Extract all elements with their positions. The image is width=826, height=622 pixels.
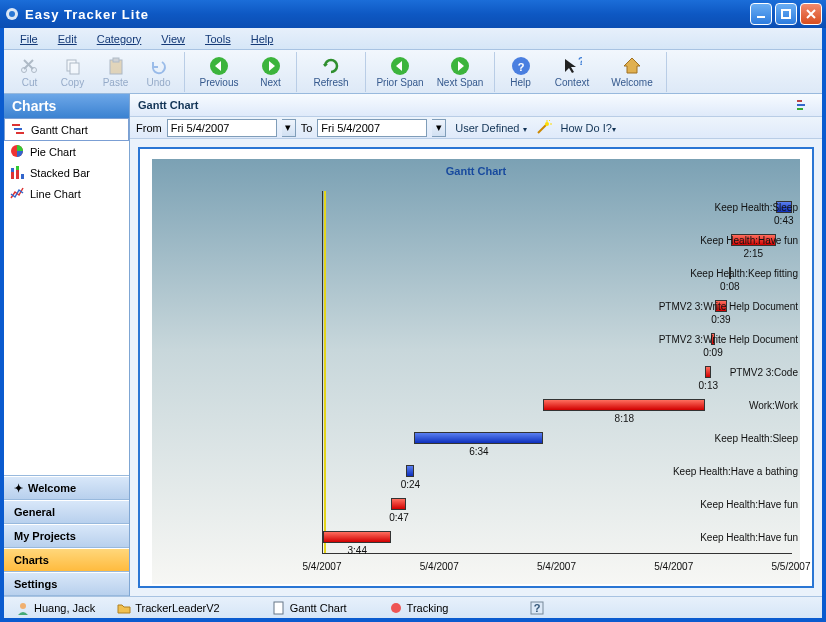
chart-duration-label: 0:39 bbox=[711, 314, 730, 325]
svg-rect-28 bbox=[797, 108, 803, 110]
user-defined-link[interactable]: User Defined ▾ bbox=[451, 122, 530, 134]
svg-rect-24 bbox=[16, 166, 19, 170]
stack-welcome[interactable]: ✦Welcome bbox=[4, 476, 129, 500]
status-project[interactable]: TrackerLeaderV2 bbox=[111, 601, 226, 615]
chart-task-label: Work:Work bbox=[632, 399, 798, 410]
from-dropdown[interactable]: ▾ bbox=[282, 119, 296, 137]
welcome-button[interactable]: Welcome bbox=[602, 52, 662, 92]
sidebar-item-gantt[interactable]: Gantt Chart bbox=[4, 118, 129, 141]
line-chart-icon bbox=[10, 186, 25, 201]
svg-text:?: ? bbox=[517, 61, 524, 73]
sidebar-item-pie[interactable]: Pie Chart bbox=[4, 141, 129, 162]
status-activity[interactable]: Tracking bbox=[383, 601, 455, 615]
chart-options-icon[interactable] bbox=[796, 97, 814, 113]
svg-rect-18 bbox=[14, 128, 22, 130]
stack-projects[interactable]: My Projects bbox=[4, 524, 129, 548]
minimize-button[interactable] bbox=[750, 3, 772, 25]
page-header: Gantt Chart bbox=[130, 94, 822, 117]
chart-task-label: Keep Health:Have a bathing bbox=[632, 465, 798, 476]
chart-bar bbox=[323, 531, 391, 543]
chart-duration-label: 0:13 bbox=[699, 380, 718, 391]
chart-duration-label: 3:44 bbox=[348, 545, 367, 556]
svg-rect-19 bbox=[16, 132, 24, 134]
arrow-right-icon bbox=[261, 56, 281, 76]
next-button[interactable]: Next bbox=[249, 52, 292, 92]
stack-settings[interactable]: Settings bbox=[4, 572, 129, 596]
maximize-button[interactable] bbox=[775, 3, 797, 25]
svg-rect-31 bbox=[274, 602, 283, 614]
svg-rect-9 bbox=[113, 58, 119, 62]
refresh-button[interactable]: Refresh bbox=[301, 52, 361, 92]
undo-button[interactable]: Undo bbox=[137, 52, 180, 92]
svg-point-5 bbox=[31, 67, 36, 72]
chart-duration-label: 2:15 bbox=[744, 248, 763, 259]
chart-x-tick: 5/4/2007 bbox=[537, 561, 576, 572]
svg-rect-17 bbox=[12, 124, 20, 126]
wand-icon bbox=[536, 119, 552, 137]
toolbar: Cut Copy Paste Undo Previous Next Refres… bbox=[4, 50, 822, 94]
paste-icon bbox=[106, 56, 126, 76]
document-icon bbox=[272, 601, 286, 615]
menu-edit[interactable]: Edit bbox=[48, 30, 87, 48]
sidebar-item-line[interactable]: Line Chart bbox=[4, 183, 129, 204]
menu-view[interactable]: View bbox=[151, 30, 195, 48]
status-help[interactable]: ? bbox=[524, 601, 550, 615]
stack-general[interactable]: General bbox=[4, 500, 129, 524]
svg-rect-23 bbox=[16, 170, 19, 179]
svg-rect-25 bbox=[21, 174, 24, 179]
chart-x-tick: 5/5/2007 bbox=[772, 561, 811, 572]
next-span-button[interactable]: Next Span bbox=[430, 52, 490, 92]
chart-task-label: Keep Health:Keep fitting bbox=[632, 268, 798, 279]
arrow-left-icon bbox=[209, 56, 229, 76]
cut-button[interactable]: Cut bbox=[8, 52, 51, 92]
paste-button[interactable]: Paste bbox=[94, 52, 137, 92]
status-bar: Huang, Jack TrackerLeaderV2 Gantt Chart … bbox=[4, 596, 822, 618]
to-label: To bbox=[301, 122, 313, 134]
chart-task-label: PTMV2 3:Code bbox=[632, 367, 798, 378]
chart-duration-label: 0:09 bbox=[703, 347, 722, 358]
stacked-bar-icon bbox=[10, 165, 25, 180]
filter-bar: From ▾ To ▾ User Defined ▾ How Do I?▾ bbox=[130, 117, 822, 139]
from-date-input[interactable] bbox=[167, 119, 277, 137]
svg-rect-21 bbox=[11, 172, 14, 179]
menu-tools[interactable]: Tools bbox=[195, 30, 241, 48]
prior-span-button[interactable]: Prior Span bbox=[370, 52, 430, 92]
scissors-icon bbox=[20, 56, 40, 76]
chart-bar bbox=[406, 465, 414, 477]
close-button[interactable] bbox=[800, 3, 822, 25]
previous-button[interactable]: Previous bbox=[189, 52, 249, 92]
arrow-right-icon bbox=[450, 56, 470, 76]
page-title: Gantt Chart bbox=[138, 99, 199, 111]
menu-help[interactable]: Help bbox=[241, 30, 284, 48]
status-user[interactable]: Huang, Jack bbox=[10, 601, 101, 615]
to-dropdown[interactable]: ▾ bbox=[432, 119, 446, 137]
svg-rect-22 bbox=[11, 168, 14, 172]
menubar: File Edit Category View Tools Help bbox=[4, 28, 822, 50]
status-document[interactable]: Gantt Chart bbox=[266, 601, 353, 615]
help-button[interactable]: ?Help bbox=[499, 52, 542, 92]
chart-x-tick: 5/4/2007 bbox=[303, 561, 342, 572]
chart-panel: Gantt Chart 0:432:150:080:390:090:138:18… bbox=[138, 147, 814, 588]
star-icon: ✦ bbox=[14, 482, 23, 495]
stack-charts[interactable]: Charts bbox=[4, 548, 129, 572]
copy-button[interactable]: Copy bbox=[51, 52, 94, 92]
refresh-icon bbox=[321, 56, 341, 76]
menu-file[interactable]: File bbox=[10, 30, 48, 48]
chart-duration-label: 0:47 bbox=[389, 512, 408, 523]
sidebar-item-stacked[interactable]: Stacked Bar bbox=[4, 162, 129, 183]
help-icon: ? bbox=[511, 56, 531, 76]
sidebar: Charts Gantt Chart Pie Chart Stacked Bar… bbox=[4, 94, 130, 596]
to-date-input[interactable] bbox=[317, 119, 427, 137]
svg-point-29 bbox=[545, 122, 549, 126]
how-do-i-link[interactable]: How Do I?▾ bbox=[557, 122, 620, 134]
chart-task-label: Keep Health:Have fun bbox=[632, 531, 798, 542]
svg-rect-27 bbox=[797, 104, 805, 106]
from-label: From bbox=[136, 122, 162, 134]
svg-rect-2 bbox=[757, 16, 765, 18]
context-button[interactable]: ?Context bbox=[542, 52, 602, 92]
menu-category[interactable]: Category bbox=[87, 30, 152, 48]
svg-point-1 bbox=[9, 11, 15, 17]
chart-task-label: Keep Health:Sleep bbox=[632, 432, 798, 443]
help-small-icon: ? bbox=[530, 601, 544, 615]
chart-task-label: Keep Health:Have fun bbox=[632, 235, 798, 246]
